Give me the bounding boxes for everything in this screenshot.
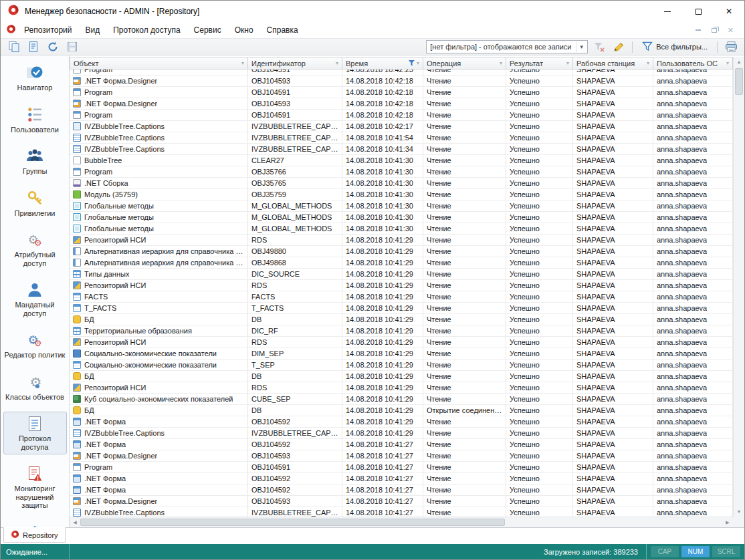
save-icon[interactable] <box>64 39 80 54</box>
table-row[interactable]: Альтернативная иерархия для справочника … <box>70 257 733 269</box>
table-row[interactable]: Глобальные методыM_GLOBAL_METHODS14.08.2… <box>70 223 733 235</box>
window-controls: ✕ <box>652 1 744 22</box>
table-row[interactable]: Социально-экономические показателиDIM_SE… <box>70 348 733 360</box>
table-row[interactable]: IVZBubbleTree.CaptionsIVZBUBBLETREE_CAPT… <box>70 144 733 155</box>
maximize-button[interactable] <box>683 1 714 22</box>
table-row[interactable]: ProgramOBJ10459114.08.2018 10:42:18Чтени… <box>70 87 733 98</box>
classes-gear-icon: ⚙ <box>30 374 40 391</box>
table-row[interactable]: Глобальные методыM_GLOBAL_METHODS14.08.2… <box>70 212 733 223</box>
table-row[interactable]: Репозиторий НСИRDS14.08.2018 10:41:29Чте… <box>70 235 733 246</box>
table-row[interactable]: FACTSFACTS14.08.2018 10:41:29ЧтениеУспеш… <box>70 291 733 303</box>
table-row[interactable]: Репозиторий НСИRDS14.08.2018 10:41:29Чте… <box>70 280 733 291</box>
scroll-left-icon[interactable]: ◀ <box>70 520 80 525</box>
close-button[interactable]: ✕ <box>714 1 744 22</box>
all-filters-button[interactable]: Все фильтры... <box>638 39 712 54</box>
asm-object-icon <box>73 179 81 187</box>
sidebar-item-person[interactable]: Мандатный доступ <box>3 278 67 321</box>
funnel-icon <box>642 41 653 53</box>
sidebar-item-label: Навигатор <box>17 84 53 92</box>
sidebar-item-classes-gear[interactable]: ⚙Классы объектов <box>3 370 67 405</box>
table-row[interactable]: IVZBubbleTree.CaptionsIVZBUBBLETREE_CAPT… <box>70 121 733 132</box>
copy-icon[interactable] <box>6 39 22 54</box>
filter-dropdown[interactable]: [нет фильтра] - отображаются все записи … <box>426 40 588 53</box>
table-row[interactable]: .NET ФормаOBJ10459214.08.2018 10:41:29Чт… <box>70 416 733 428</box>
column-header-4[interactable]: Результат▾ <box>506 57 573 69</box>
table-row[interactable]: .NET Форма.DesignerOBJ10459314.08.2018 1… <box>70 450 733 462</box>
table-row[interactable]: IVZBubbleTree.CaptionsIVZBUBBLETREE_CAPT… <box>70 132 733 144</box>
menu-item-1[interactable]: Вид <box>79 23 107 37</box>
menu-item-3[interactable]: Сервис <box>187 23 228 37</box>
table-row[interactable]: .NET Форма.DesignerOBJ10459314.08.2018 1… <box>70 76 733 87</box>
records-count: Загружено записей: 389233 <box>536 548 646 556</box>
vertical-scroll-thumb[interactable] <box>735 68 743 95</box>
app-logo-icon <box>7 4 19 19</box>
table-row[interactable]: ProgramOBJ10459114.08.2018 10:42:23Чтени… <box>70 69 733 76</box>
column-header-3[interactable]: Операция▾ <box>423 57 506 69</box>
sidebar-item-label: Мониторинг нарушений защиты <box>5 484 66 510</box>
refresh-icon[interactable] <box>45 39 61 54</box>
printer-icon[interactable] <box>723 39 739 54</box>
column-header-5[interactable]: Рабочая станция▾ <box>573 57 653 69</box>
frm-object-icon <box>73 474 81 482</box>
table-row[interactable]: Модуль (35759)OBJ3575914.08.2018 10:41:3… <box>70 189 733 200</box>
edit-filter-icon[interactable] <box>611 39 627 54</box>
table-row[interactable]: .NET СборкаOBJ3576514.08.2018 10:41:30Чт… <box>70 178 733 189</box>
table-row[interactable]: .NET ФормаOBJ10459214.08.2018 10:41:27Чт… <box>70 473 733 484</box>
menu-item-0[interactable]: Репозиторий <box>17 23 79 37</box>
menu-item-2[interactable]: Протокол доступа <box>106 23 187 37</box>
sidebar-item-policy-gears[interactable]: ⚙⚙Редактор политик <box>3 328 67 363</box>
table-row[interactable]: ProgramOBJ3576614.08.2018 10:41:30Чтение… <box>70 166 733 178</box>
column-header-6[interactable]: Пользователь ОС▾ <box>653 57 733 69</box>
attr-gears-icon: ⚙⚙ <box>28 231 42 249</box>
table-row[interactable]: Глобальные методыM_GLOBAL_METHODS14.08.2… <box>70 200 733 212</box>
column-header-2[interactable]: Время▾ <box>342 57 423 69</box>
table-row[interactable]: Территориальные образованияDIC_RF14.08.2… <box>70 325 733 337</box>
horizontal-scrollbar[interactable]: ◀ ▶ <box>70 517 733 527</box>
menu-item-5[interactable]: Справка <box>260 23 305 37</box>
document-icon[interactable] <box>25 39 41 54</box>
mdi-minimize-icon[interactable] <box>696 29 701 31</box>
scroll-right-icon[interactable]: ▶ <box>722 520 733 525</box>
horizontal-scroll-thumb[interactable] <box>80 519 505 526</box>
table-row[interactable]: ProgramOBJ10459114.08.2018 10:42:18Чтени… <box>70 110 733 121</box>
sidebar-item-attr-gears[interactable]: ⚙⚙Атрибутный доступ <box>3 228 67 271</box>
table-row[interactable]: Альтернативная иерархия для справочника … <box>70 246 733 257</box>
table-row[interactable]: БДDB14.08.2018 10:41:29ЧтениеУспешноSHAP… <box>70 371 733 382</box>
scroll-down-icon[interactable]: ▼ <box>734 507 744 517</box>
prg-object-icon <box>73 69 81 74</box>
table-row[interactable]: BubbleTreeCLEAR2714.08.2018 10:41:30Чтен… <box>70 155 733 166</box>
table-row[interactable]: Репозиторий НСИRDS14.08.2018 10:41:29Чте… <box>70 382 733 394</box>
scroll-up-icon[interactable]: ▲ <box>734 57 744 67</box>
filter-icon[interactable] <box>409 60 415 66</box>
column-header-0[interactable]: Объект▾ <box>70 57 248 69</box>
table-row[interactable]: Репозиторий НСИRDS14.08.2018 10:41:29Чте… <box>70 337 733 348</box>
table-row[interactable]: Социально-экономические показателиT_SEP1… <box>70 360 733 371</box>
table-row[interactable]: БДDB14.08.2018 10:41:29ЧтениеУспешноSHAP… <box>70 314 733 325</box>
minimize-button[interactable] <box>652 1 683 22</box>
table-row[interactable]: .NET ФормаOBJ10459214.08.2018 10:41:27Чт… <box>70 439 733 450</box>
table-row[interactable]: БДDB14.08.2018 10:41:29Открытие соединен… <box>70 405 733 416</box>
table-row[interactable]: .NET Форма.DesignerOBJ10459314.08.2018 1… <box>70 98 733 110</box>
mdi-close-icon[interactable]: ✕ <box>728 27 734 34</box>
sidebar-item-groups[interactable]: Группы <box>3 144 67 179</box>
clear-filter-icon[interactable] <box>591 39 607 54</box>
table-row[interactable]: IVZBubbleTree.CaptionsIVZBUBBLETREE_CAPT… <box>70 507 733 517</box>
table-row[interactable]: Куб социально-экономических показателейC… <box>70 394 733 405</box>
sidebar-item-key[interactable]: Привилегии <box>3 186 67 221</box>
column-header-1[interactable]: Идентификатор▾ <box>248 57 342 69</box>
sidebar-item-users[interactable]: Пользователи <box>3 103 67 138</box>
table-row[interactable]: ProgramOBJ10459114.08.2018 10:41:27Чтени… <box>70 462 733 473</box>
mdi-restore-icon[interactable] <box>712 28 717 33</box>
sidebar-item-service-gear[interactable]: ⚙Сервис <box>3 521 67 528</box>
table-row[interactable]: Типы данныхDIC_SOURCE14.08.2018 10:41:29… <box>70 269 733 280</box>
sidebar-item-protocol-document[interactable]: Протокол доступа <box>3 412 67 454</box>
table-row[interactable]: IVZBubbleTree.CaptionsIVZBUBBLETREE_CAPT… <box>70 428 733 439</box>
sidebar-item-navigator[interactable]: Навигатор <box>3 61 67 96</box>
table-row[interactable]: .NET ФормаOBJ10459214.08.2018 10:41:27Чт… <box>70 484 733 496</box>
table-row[interactable]: T_FACTST_FACTS14.08.2018 10:41:29ЧтениеУ… <box>70 303 733 314</box>
vertical-scrollbar[interactable]: ▲ ▼ <box>733 57 744 517</box>
menu-item-4[interactable]: Окно <box>228 23 260 37</box>
sidebar-item-violation-monitor[interactable]: Мониторинг нарушений защиты <box>3 462 67 513</box>
tab-repository[interactable]: Repository <box>3 527 66 543</box>
table-row[interactable]: .NET Форма.DesignerOBJ10459314.08.2018 1… <box>70 496 733 507</box>
